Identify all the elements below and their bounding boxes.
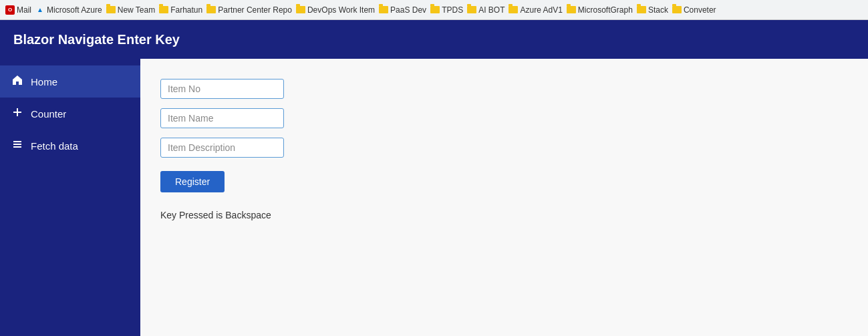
folder-icon-paas-dev bbox=[379, 6, 388, 13]
sidebar-counter-label: Counter bbox=[31, 108, 66, 120]
bookmark-devops[interactable]: DevOps Work Item bbox=[296, 5, 375, 15]
browser-toolbar: O Mail ▲ Microsoft Azure New Team Farhat… bbox=[0, 0, 868, 20]
folder-icon-tpds bbox=[430, 6, 440, 13]
folder-icon-stack bbox=[637, 6, 646, 13]
svg-rect-2 bbox=[13, 146, 21, 148]
app-header: Blazor Navigate Enter Key bbox=[0, 20, 868, 59]
azure-icon: ▲ bbox=[35, 5, 45, 15]
bookmark-conveter[interactable]: Conveter bbox=[672, 5, 716, 15]
item-name-group bbox=[160, 108, 848, 128]
item-no-input[interactable] bbox=[160, 79, 284, 99]
svg-rect-1 bbox=[13, 144, 21, 145]
bookmark-devops-label: DevOps Work Item bbox=[307, 5, 375, 15]
bookmark-partner-center[interactable]: Partner Center Repo bbox=[206, 5, 292, 15]
sidebar-item-home[interactable]: Home bbox=[0, 65, 140, 98]
bookmark-new-team-label: New Team bbox=[118, 5, 155, 15]
bookmark-paas-dev[interactable]: PaaS Dev bbox=[379, 5, 426, 15]
bookmark-new-team[interactable]: New Team bbox=[106, 5, 155, 15]
bookmark-microsoft-graph[interactable]: MicrosoftGraph bbox=[567, 5, 633, 15]
bookmark-ai-bot-label: AI BOT bbox=[478, 5, 504, 15]
bookmark-farhatun-label: Farhatun bbox=[170, 5, 202, 15]
bookmark-azure[interactable]: ▲ Microsoft Azure bbox=[35, 5, 102, 15]
register-button[interactable]: Register bbox=[160, 171, 225, 192]
main-content: Register Key Pressed is Backspace bbox=[140, 59, 868, 336]
mail-icon: O bbox=[5, 5, 15, 15]
bookmark-partner-center-label: Partner Center Repo bbox=[218, 5, 292, 15]
bookmark-azure-adv1-label: Azure AdV1 bbox=[520, 5, 562, 15]
sidebar-home-label: Home bbox=[31, 76, 57, 88]
folder-icon-partner-center bbox=[206, 6, 216, 13]
folder-icon-farhatun bbox=[159, 6, 168, 13]
bookmark-azure-adv1[interactable]: Azure AdV1 bbox=[509, 5, 562, 15]
app-title: Blazor Navigate Enter Key bbox=[13, 32, 180, 47]
item-description-input[interactable] bbox=[160, 138, 284, 158]
bookmark-conveter-label: Conveter bbox=[684, 5, 716, 15]
bookmark-ai-bot[interactable]: AI BOT bbox=[467, 5, 504, 15]
item-no-group bbox=[160, 79, 848, 99]
folder-icon-azure-adv1 bbox=[509, 6, 518, 13]
bookmark-mail-label: Mail bbox=[17, 5, 31, 15]
list-icon bbox=[11, 139, 24, 152]
bookmark-paas-dev-label: PaaS Dev bbox=[390, 5, 426, 15]
sidebar-item-counter[interactable]: Counter bbox=[0, 98, 140, 130]
plus-icon bbox=[11, 107, 24, 120]
folder-icon-new-team bbox=[106, 6, 116, 13]
bookmark-tpds-label: TPDS bbox=[442, 5, 463, 15]
folder-icon-conveter bbox=[672, 6, 682, 13]
item-name-input[interactable] bbox=[160, 108, 284, 128]
sidebar-item-fetch-data[interactable]: Fetch data bbox=[0, 130, 140, 162]
item-description-group bbox=[160, 138, 848, 158]
folder-icon-ai-bot bbox=[467, 6, 476, 13]
bookmark-farhatun[interactable]: Farhatun bbox=[159, 5, 202, 15]
bookmark-stack[interactable]: Stack bbox=[637, 5, 668, 15]
svg-rect-0 bbox=[13, 141, 21, 142]
bookmark-stack-label: Stack bbox=[648, 5, 668, 15]
bookmark-microsoft-graph-label: MicrosoftGraph bbox=[578, 5, 633, 15]
sidebar: Home Counter Fetch data bbox=[0, 59, 140, 336]
app-body: Home Counter Fetch data bbox=[0, 59, 868, 336]
bookmark-tpds[interactable]: TPDS bbox=[430, 5, 463, 15]
folder-icon-devops bbox=[296, 6, 305, 13]
bookmark-mail[interactable]: O Mail bbox=[5, 5, 31, 15]
home-icon bbox=[11, 75, 24, 88]
sidebar-fetch-data-label: Fetch data bbox=[31, 140, 78, 152]
app-container: Blazor Navigate Enter Key Home Counte bbox=[0, 20, 868, 336]
bookmark-azure-label: Microsoft Azure bbox=[47, 5, 102, 15]
key-status-text: Key Pressed is Backspace bbox=[160, 210, 848, 220]
folder-icon-microsoft-graph bbox=[567, 6, 576, 13]
